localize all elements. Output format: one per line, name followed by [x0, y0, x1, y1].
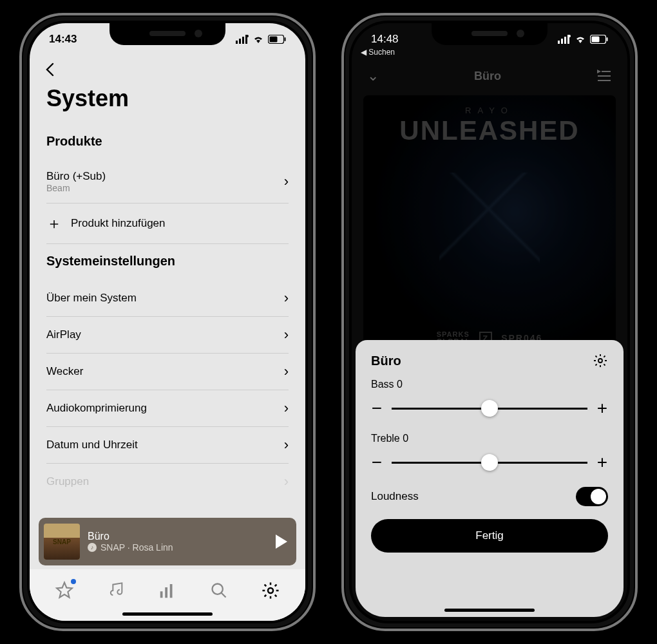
- section-settings-header: Systemeinstellungen: [46, 254, 289, 269]
- wifi-icon: [575, 35, 586, 44]
- settings-alarm[interactable]: Wecker›: [46, 354, 289, 390]
- product-subtitle: Beam: [46, 183, 106, 193]
- svg-point-18: [568, 35, 571, 37]
- svg-point-13: [268, 588, 273, 593]
- tab-favorites[interactable]: [52, 578, 77, 603]
- svg-point-4: [246, 35, 249, 37]
- cellular-icon: [236, 35, 249, 44]
- settings-airplay[interactable]: AirPlay›: [46, 317, 289, 354]
- eq-sheet: Büro Bass 0 − + Treble 0: [356, 340, 624, 617]
- svg-rect-10: [170, 584, 173, 598]
- queue-icon[interactable]: [596, 70, 612, 82]
- home-indicator: [444, 609, 535, 612]
- battery-icon: [590, 35, 608, 44]
- wifi-icon: [252, 35, 264, 44]
- status-time: 14:43: [49, 33, 77, 46]
- back-button[interactable]: [44, 62, 57, 77]
- mini-player[interactable]: SNAP Büro ♪SNAP · Rosa Linn: [39, 518, 296, 565]
- tab-rooms[interactable]: [155, 578, 180, 603]
- chevron-right-icon: ›: [284, 473, 289, 490]
- spotify-icon: ♪: [88, 543, 97, 552]
- product-row[interactable]: Büro (+Sub) Beam ›: [46, 160, 289, 204]
- svg-rect-16: [564, 37, 566, 44]
- bass-thumb[interactable]: [481, 400, 498, 417]
- battery-icon: [268, 35, 286, 44]
- page-title: System: [46, 85, 129, 112]
- svg-rect-9: [165, 587, 167, 598]
- svg-point-25: [598, 359, 602, 363]
- svg-rect-8: [160, 591, 163, 598]
- notch: [110, 23, 225, 45]
- bass-label: Bass 0: [371, 379, 608, 390]
- status-icons: [558, 35, 608, 44]
- chevron-right-icon: ›: [284, 290, 289, 307]
- cellular-icon: [558, 35, 571, 44]
- settings-groups: Gruppen›: [46, 464, 289, 500]
- search-icon: [210, 582, 228, 600]
- chevron-right-icon: ›: [284, 363, 289, 380]
- chevron-right-icon: ›: [284, 437, 289, 453]
- equalizer-icon: [158, 581, 177, 600]
- loudness-label: Loudness: [371, 490, 419, 503]
- tab-search[interactable]: [206, 578, 232, 603]
- svg-rect-6: [270, 37, 278, 43]
- treble-minus[interactable]: −: [371, 452, 383, 473]
- svg-rect-20: [592, 37, 600, 43]
- now-playing-header: ⌄ Büro: [352, 63, 627, 89]
- section-products-header: Produkte: [46, 134, 289, 149]
- play-button[interactable]: [276, 535, 287, 549]
- treble-slider[interactable]: [392, 462, 587, 464]
- bass-minus[interactable]: −: [371, 398, 383, 419]
- album-art: RAYO UNLEASHED SPARKSGLOBAL Z SPR046: [363, 95, 616, 353]
- product-name: Büro (+Sub): [46, 170, 106, 183]
- treble-slider-group: Treble 0 − +: [371, 433, 608, 473]
- music-icon: [107, 582, 125, 600]
- bass-plus[interactable]: +: [596, 398, 608, 419]
- gear-icon: [261, 581, 280, 600]
- add-product-label: Produkt hinzufügen: [71, 217, 166, 230]
- notification-dot: [71, 579, 76, 584]
- chevron-right-icon: ›: [284, 173, 289, 190]
- settings-compression[interactable]: Audiokomprimierung›: [46, 390, 289, 427]
- tab-settings[interactable]: [258, 578, 283, 603]
- bass-slider[interactable]: [392, 408, 587, 410]
- loudness-row: Loudness: [371, 487, 608, 506]
- plus-icon: ＋: [46, 213, 62, 234]
- svg-rect-14: [558, 41, 560, 44]
- bass-slider-group: Bass 0 − +: [371, 379, 608, 419]
- svg-rect-2: [242, 37, 244, 44]
- settings-datetime[interactable]: Datum und Uhrzeit›: [46, 427, 289, 464]
- add-product-row[interactable]: ＋Produkt hinzufügen: [46, 204, 289, 244]
- home-indicator: [122, 612, 213, 616]
- now-playing-room: Büro: [474, 70, 501, 83]
- chevron-right-icon: ›: [284, 327, 289, 343]
- svg-rect-15: [561, 39, 563, 44]
- status-time: 14:48: [371, 33, 399, 46]
- settings-about[interactable]: Über mein System›: [46, 280, 289, 317]
- treble-label: Treble 0: [371, 433, 608, 444]
- svg-rect-21: [607, 37, 608, 41]
- mini-player-room: Büro: [88, 531, 276, 542]
- done-button[interactable]: Fertig: [371, 519, 608, 553]
- svg-rect-1: [239, 39, 241, 44]
- star-icon: [55, 581, 74, 600]
- notch: [432, 23, 548, 45]
- tab-music[interactable]: [103, 578, 129, 603]
- chevron-right-icon: ›: [284, 400, 289, 417]
- svg-rect-7: [285, 37, 286, 41]
- svg-point-11: [213, 584, 223, 594]
- chevron-down-icon[interactable]: ⌄: [367, 68, 379, 84]
- status-icons: [236, 35, 286, 44]
- breadcrumb-back[interactable]: ◀ Suchen: [361, 48, 395, 57]
- treble-plus[interactable]: +: [596, 452, 608, 473]
- mini-player-art: SNAP: [44, 524, 80, 560]
- gear-icon[interactable]: [593, 353, 608, 368]
- svg-line-12: [222, 593, 226, 598]
- loudness-toggle[interactable]: [576, 487, 608, 506]
- mini-player-track: ♪SNAP · Rosa Linn: [88, 542, 276, 553]
- treble-thumb[interactable]: [481, 454, 498, 471]
- svg-rect-0: [236, 41, 238, 44]
- eq-room-title: Büro: [371, 354, 401, 368]
